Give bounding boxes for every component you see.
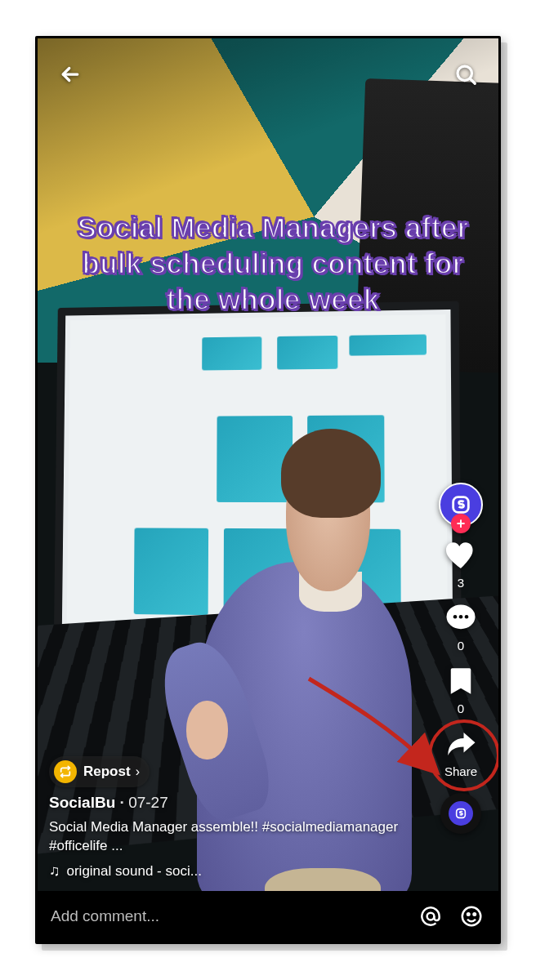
video-caption[interactable]: Social Media Manager assemble!! #socialm… xyxy=(49,818,409,856)
emoji-icon xyxy=(459,904,484,929)
svg-point-5 xyxy=(465,615,469,619)
svg-point-8 xyxy=(462,907,481,926)
phone-screen: Social Media Managers after bulk schedul… xyxy=(35,36,501,944)
profile-avatar-button[interactable]: + xyxy=(439,483,483,527)
bookmark-count: 0 xyxy=(458,702,464,715)
like-button[interactable]: 3 xyxy=(444,538,478,590)
music-note-icon: ♫ xyxy=(49,862,60,880)
sound-attribution[interactable]: ♫ original sound - soci... xyxy=(49,862,409,880)
top-bar xyxy=(38,53,498,96)
video-caption-overlay: Social Media Managers after bulk schedul… xyxy=(70,210,476,317)
svg-point-7 xyxy=(427,913,435,920)
mention-button[interactable] xyxy=(417,902,444,930)
like-count: 3 xyxy=(458,576,464,590)
bookmark-button[interactable]: 0 xyxy=(444,664,478,715)
post-date: 07-27 xyxy=(128,794,168,811)
heart-icon xyxy=(444,538,478,572)
comment-input[interactable]: Add comment... xyxy=(51,907,404,925)
share-button[interactable]: Share xyxy=(444,727,478,778)
sound-disc xyxy=(440,793,481,834)
search-button[interactable] xyxy=(448,56,484,92)
mention-icon xyxy=(418,904,443,929)
brand-s-icon-small xyxy=(454,807,467,820)
comment-count: 0 xyxy=(458,639,464,653)
share-arrow-icon xyxy=(444,727,478,761)
sound-text: original sound - soci... xyxy=(67,863,202,880)
repost-icon xyxy=(54,760,77,783)
svg-point-10 xyxy=(474,913,476,915)
bookmark-icon xyxy=(444,664,478,698)
video-meta: Repost › SocialBu · 07-27 Social Media M… xyxy=(49,756,409,880)
comment-button[interactable]: 0 xyxy=(444,601,478,653)
repost-button[interactable]: Repost › xyxy=(49,756,150,787)
comment-icon xyxy=(444,601,478,635)
brand-s-icon xyxy=(449,493,472,516)
svg-point-9 xyxy=(467,913,470,915)
back-button[interactable] xyxy=(52,56,88,92)
username-line[interactable]: SocialBu · 07-27 xyxy=(49,794,409,812)
plus-icon: + xyxy=(457,516,466,531)
svg-point-4 xyxy=(459,615,463,619)
back-arrow-icon xyxy=(58,62,83,87)
repost-label: Repost xyxy=(83,764,131,780)
username: SocialBu xyxy=(49,794,115,811)
video-feed[interactable]: Social Media Managers after bulk schedul… xyxy=(38,38,498,891)
comment-bar: Add comment... xyxy=(38,891,498,942)
emoji-button[interactable] xyxy=(458,902,485,930)
follow-button[interactable]: + xyxy=(451,514,471,533)
sound-disc-button[interactable] xyxy=(440,793,481,834)
action-rail: + 3 0 0 Share xyxy=(431,483,490,834)
svg-point-3 xyxy=(453,615,458,619)
share-label: Share xyxy=(444,764,477,778)
search-icon xyxy=(453,62,478,87)
chevron-right-icon: › xyxy=(136,764,140,779)
